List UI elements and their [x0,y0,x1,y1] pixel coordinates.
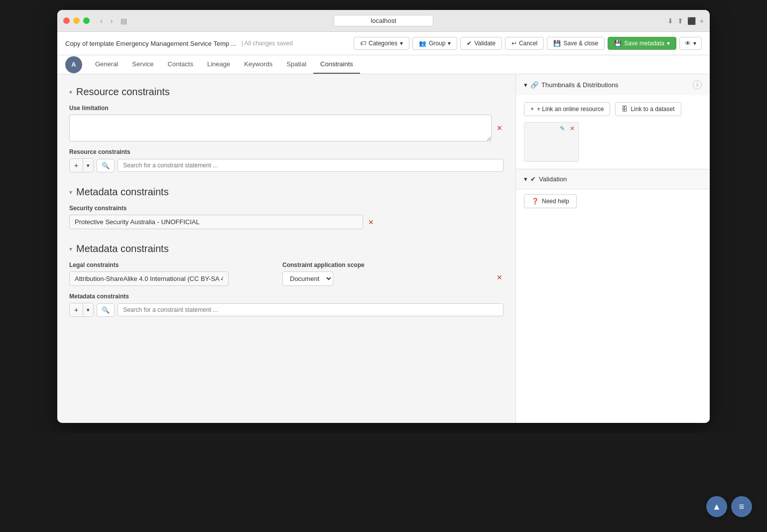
resource-buttons: + + Link an online resource 🗄 Link to a … [524,102,702,116]
thumbnail-item: ✎ ✕ [524,122,579,162]
edit-thumbnail-button[interactable]: ✎ [558,125,566,133]
dropdown-icon: ▾ [667,40,670,47]
caret-icon2: ▾ [448,40,451,47]
sidebar: ▾ 🔗 Thumbnails & Distributions i + + Lin… [515,74,710,423]
add-metadata-constraint-button[interactable]: + ▾ [69,303,94,317]
tab-spatial[interactable]: Spatial [279,55,313,74]
reader-button[interactable]: ▤ [118,16,129,26]
tab-constraints[interactable]: Constraints [313,55,360,74]
scope-label: Constraint application scope [282,262,488,268]
legal-constraints-group: Legal constraints Constraint application… [69,262,504,286]
preview-button[interactable]: 👁 ▾ [679,37,702,50]
maximize-button[interactable] [83,17,90,24]
remove-use-limitation-button[interactable]: ✕ [496,123,504,133]
need-help-button[interactable]: ❓ Need help [524,194,577,208]
need-help-container: ❓ Need help [516,189,710,213]
metadata-constraints-header-1[interactable]: ▾ Metadata constraints [69,186,504,198]
legal-field: Legal constraints [69,262,274,286]
collapse-icon-2: ▾ [69,189,72,196]
metadata-constraints-section-2: ▾ Metadata constraints Legal constraints… [69,243,504,317]
plus-icon: + [530,106,534,113]
saved-status: | All changes saved [242,40,293,47]
minimize-button[interactable] [73,17,80,24]
collapse-icon-3: ▾ [69,246,72,253]
thumbnails-panel-body: + + Link an online resource 🗄 Link to a … [516,95,710,169]
toolbar: Copy of template Emergency Management Se… [57,32,710,55]
window-controls [63,17,90,24]
link-online-resource-button[interactable]: + + Link an online resource [524,102,610,116]
link-icon: 🔗 [530,81,538,89]
download-icon: ⬇ [667,17,673,25]
eye-caret: ▾ [693,40,696,47]
validate-button[interactable]: ✔ Validate [460,37,502,50]
cancel-button[interactable]: ↩ Cancel [505,37,544,50]
resource-constraints-header[interactable]: ▾ Resource constraints [69,86,504,98]
metadata-constraints-section-1: ▾ Metadata constraints Security constrai… [69,186,504,229]
url-bar[interactable]: localhost [334,15,433,26]
metadata-constraint-search-input[interactable] [118,303,504,316]
add-caret-2[interactable]: ▾ [83,304,93,316]
thumbnails-panel: ▾ 🔗 Thumbnails & Distributions i + + Lin… [516,74,710,169]
use-limitation-row: ✕ [69,115,504,141]
collapse-icon: ▾ [69,89,72,96]
use-limitation-input[interactable] [69,115,492,141]
doc-title: Copy of template Emergency Management Se… [65,40,237,47]
browser-nav: ‹ › ▤ [98,16,129,26]
save-close-button[interactable]: 💾 Save & close [547,37,605,50]
resource-constraints-label: Resource constraints [69,148,504,155]
undo-icon: ↩ [511,40,516,47]
caret-icon: ▾ [400,40,403,47]
tab-general[interactable]: General [88,55,125,74]
remove-legal-button[interactable]: ✕ [496,272,504,282]
add-icon-2[interactable]: + [70,303,83,316]
thumbnails-panel-header[interactable]: ▾ 🔗 Thumbnails & Distributions i [516,74,710,95]
back-button[interactable]: ‹ [98,16,105,26]
main-layout: ▾ Resource constraints Use limitation ✕ … [57,74,710,423]
security-constraints-input[interactable] [69,215,363,229]
sidebar-icon: ⬛ [687,17,696,25]
tab-service[interactable]: Service [125,55,160,74]
close-button[interactable] [63,17,70,24]
search-button-2[interactable]: 🔍 [97,303,115,317]
validation-panel-header[interactable]: ▾ ✔ Validation [516,169,710,189]
link-dataset-button[interactable]: 🗄 Link to a dataset [615,102,681,116]
validation-title: Validation [539,175,567,183]
delete-thumbnail-button[interactable]: ✕ [568,125,576,133]
forward-button[interactable]: › [108,16,116,26]
db-icon: 🗄 [622,106,628,113]
avatar: A [65,56,82,73]
tab-lineage[interactable]: Lineage [200,55,237,74]
metadata-constraints-title-2: Metadata constraints [76,243,169,255]
resource-constraints-group: Resource constraints + ▾ 🔍 [69,148,504,172]
group-button[interactable]: 👥 Group ▾ [412,37,457,50]
search-button[interactable]: 🔍 [97,159,115,172]
add-constraint-button[interactable]: + ▾ [69,158,94,172]
titlebar-right: ⬇ ⬆ ⬛ + [667,17,704,25]
add-icon[interactable]: + [70,159,83,172]
validation-panel: ▾ ✔ Validation [516,169,710,189]
floppy-icon: 💾 [553,40,561,47]
info-icon[interactable]: i [693,80,702,89]
check-icon-2: ✔ [530,175,536,183]
security-constraints-row: ✕ [69,215,504,229]
save-icon: 💾 [614,40,622,47]
tab-keywords[interactable]: Keywords [237,55,279,74]
resource-constraints-title: Resource constraints [76,86,170,98]
metadata-constraints-header-2[interactable]: ▾ Metadata constraints [69,243,504,255]
tag-icon: 🏷 [360,40,366,47]
constraint-search-input[interactable] [118,159,504,172]
tabs-bar: A General Service Contacts Lineage Keywo… [57,55,710,74]
use-limitation-label: Use limitation [69,105,504,112]
content-area: ▾ Resource constraints Use limitation ✕ … [57,74,515,423]
legal-constraints-input[interactable] [69,271,229,286]
add-icon: + [700,17,704,25]
categories-button[interactable]: 🏷 Categories ▾ [354,37,409,50]
save-metadata-button[interactable]: 💾 Save metadata ▾ [608,37,676,50]
thumbnails-title: Thumbnails & Distributions [541,81,619,89]
metadata-constraints-title-1: Metadata constraints [76,186,169,198]
use-limitation-group: Use limitation ✕ [69,105,504,141]
scope-select[interactable]: Document Dataset Series Service [282,271,333,286]
tab-contacts[interactable]: Contacts [161,55,200,74]
remove-security-button[interactable]: ✕ [367,217,375,227]
add-caret[interactable]: ▾ [83,160,93,171]
